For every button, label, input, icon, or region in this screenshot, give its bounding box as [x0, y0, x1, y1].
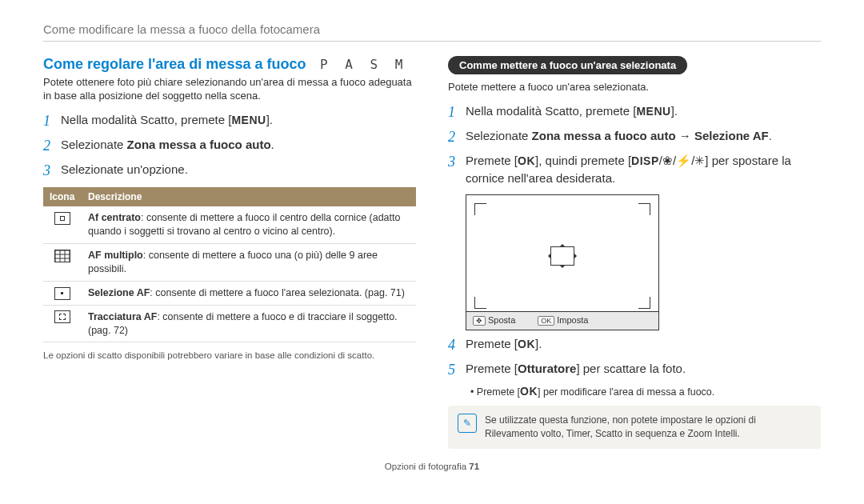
step-number: 2	[448, 127, 466, 147]
step-number: 3	[43, 161, 61, 181]
table-row: Tracciatura AF: consente di mettere a fu…	[43, 305, 416, 342]
disp-button-label: DISP	[631, 154, 659, 167]
flash-icon: ⚡	[676, 154, 691, 167]
mode-letters: P A S M	[320, 57, 407, 72]
timer-icon: ✳	[694, 154, 705, 167]
menu-button-label: MENU	[231, 114, 266, 126]
lcd-preview: ✥Sposta OKImposta	[466, 194, 659, 330]
focus-target-icon	[550, 246, 574, 266]
step-text: Premete [OK], quindi premete [DISP/❀/⚡/✳…	[466, 152, 821, 186]
af-center-icon	[54, 212, 70, 225]
left-steps: 1 Nella modalità Scatto, premete [MENU].…	[43, 111, 416, 182]
step-text: Selezionate un'opzione.	[61, 161, 188, 178]
table-row: Selezione AF: consente di mettere a fuoc…	[43, 281, 416, 305]
af-tracking-icon	[54, 310, 70, 323]
note-text: Se utilizzate questa funzione, non potet…	[485, 414, 811, 441]
table-header-icon: Icona	[43, 187, 82, 206]
content-columns: Come regolare l'area di messa a fuoco P …	[43, 56, 821, 449]
step-number: 5	[448, 360, 466, 380]
ok-key-icon: OK	[538, 316, 554, 326]
sub-bullet: • Premete [OK] per modificare l'area di …	[470, 385, 821, 398]
step-text: Premete [OK].	[466, 335, 542, 353]
right-steps: 1 Nella modalità Scatto, premete [MENU].…	[448, 102, 821, 186]
note-box: ✎ Se utilizzate questa funzione, non pot…	[448, 406, 821, 449]
note-icon: ✎	[458, 414, 477, 433]
step-number: 2	[43, 136, 61, 156]
corner-bracket-icon	[638, 297, 650, 309]
subsection-pill: Comme mettere a fuoco un'area selezionat…	[448, 56, 687, 74]
step-number: 1	[43, 111, 61, 131]
page-footer: Opzioni di fotografia 71	[43, 462, 821, 471]
menu-button-label: MENU	[636, 105, 670, 118]
step-text: Nella modalità Scatto, premete [MENU].	[466, 102, 678, 120]
ok-button-label: OK	[518, 338, 535, 350]
left-column: Come regolare l'area di messa a fuoco P …	[43, 56, 416, 449]
corner-bracket-icon	[638, 203, 650, 215]
table-row: AF multiplo: consente di mettere a fuoco…	[43, 244, 416, 282]
step-text: Premete [Otturatore] per scattare la fot…	[466, 360, 686, 377]
step-text: Nella modalità Scatto, premete [MENU].	[61, 111, 273, 129]
right-steps-continued: 4 Premete [OK]. 5 Premete [Otturatore] p…	[448, 335, 821, 380]
corner-bracket-icon	[474, 203, 486, 215]
table-row: Af centrato: consente di mettere a fuoco…	[43, 206, 416, 243]
section-heading-row: Come regolare l'area di messa a fuoco P …	[43, 56, 416, 73]
step-number: 1	[448, 102, 466, 122]
ok-button-label: OK	[518, 154, 535, 167]
ok-button-label: OK	[520, 385, 538, 398]
lcd-bottom-bar: ✥Sposta OKImposta	[466, 311, 658, 330]
af-select-icon	[54, 287, 70, 300]
right-column: Comme mettere a fuoco un'area selezionat…	[448, 56, 821, 449]
step-number: 4	[448, 335, 466, 355]
table-footnote: Le opzioni di scatto disponibili potrebb…	[43, 350, 416, 360]
intro-text: Potete ottenere foto più chiare selezion…	[43, 76, 416, 103]
step-number: 3	[448, 152, 466, 172]
corner-bracket-icon	[474, 297, 486, 309]
af-multi-icon	[54, 250, 70, 262]
step-text: Selezionate Zona messa a fuoco auto.	[61, 136, 274, 153]
move-key-icon: ✥	[473, 316, 486, 326]
macro-icon: ❀	[662, 154, 673, 167]
step-text: Selezionate Zona messa a fuoco auto → Se…	[466, 127, 772, 144]
section-title: Come regolare l'area di messa a fuoco	[43, 56, 306, 72]
right-intro: Potete mettere a fuoco un'area seleziona…	[448, 81, 821, 94]
options-table: Icona Descrizione Af centrato: consente …	[43, 187, 416, 342]
table-header-desc: Descrizione	[82, 187, 416, 206]
page-header: Come modificare la messa a fuoco della f…	[43, 22, 821, 42]
